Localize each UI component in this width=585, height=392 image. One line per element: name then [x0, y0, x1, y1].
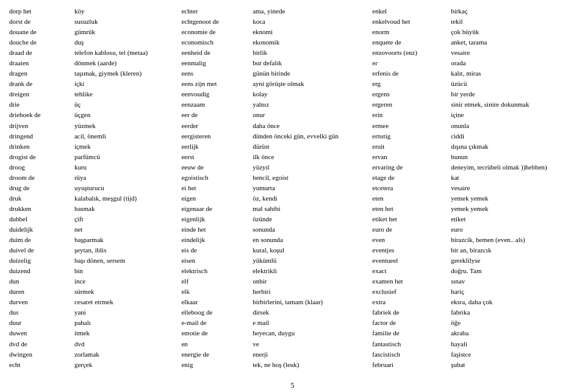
list-item: rüya: [74, 173, 177, 183]
list-item: droom de: [9, 173, 70, 183]
list-item: özünde: [253, 214, 367, 224]
list-item: kat: [451, 173, 576, 183]
nl-col-2: echterechtgenoot deeconomie deeconomisch…: [181, 6, 248, 370]
list-item: dun: [9, 276, 70, 287]
list-item: dwingen: [9, 349, 70, 360]
list-item: even: [372, 235, 446, 245]
list-item: daha önce: [253, 121, 367, 131]
list-item: eenheid de: [181, 48, 248, 58]
list-item: ilk önce: [253, 152, 367, 162]
list-item: elektrikli: [253, 266, 367, 276]
list-item: eer de: [181, 110, 248, 120]
list-item: drie: [9, 99, 70, 110]
list-item: tekil: [451, 16, 576, 27]
list-item: eenmalig: [181, 58, 248, 68]
list-item: heyecan, duygu: [253, 328, 367, 338]
list-item: kural, koşul: [253, 245, 367, 255]
list-item: tehlike: [74, 89, 177, 99]
list-item: birlik: [253, 48, 367, 58]
list-item: itmek: [74, 328, 177, 338]
list-item: duim de: [9, 235, 70, 245]
list-item: ve: [253, 339, 367, 349]
list-item: enquete de: [372, 37, 446, 48]
list-item: dringend: [9, 131, 70, 141]
list-item: driehoek de: [9, 110, 70, 120]
list-item: eten: [372, 193, 446, 204]
list-item: emotie de: [181, 328, 248, 338]
list-item: ervan: [372, 152, 446, 162]
list-item: köy: [74, 6, 177, 16]
list-item: echtgenoot de: [181, 16, 248, 27]
list-item: zorlamak: [74, 349, 177, 360]
list-item: birazcik, hemen (even.. als): [451, 235, 576, 245]
list-item: sınav: [451, 276, 576, 287]
list-item: drank de: [9, 79, 70, 89]
list-item: telefon kablosu, tel (metaa): [74, 48, 177, 58]
list-item: eerder: [181, 121, 248, 131]
list-item: çift: [74, 214, 177, 224]
word-table: dorp hetdorst dedouane dedouche dedraad …: [9, 6, 576, 370]
list-item: erfenis de: [372, 68, 446, 79]
list-item: druk: [9, 193, 70, 204]
list-item: faşistce: [451, 349, 576, 360]
list-item: akraba: [451, 328, 576, 338]
list-item: eens: [181, 68, 248, 79]
list-item: herbiri: [253, 287, 367, 297]
list-item: enorm: [372, 27, 446, 37]
list-item: sinir etmek, sinire dokunmak: [451, 99, 576, 110]
list-item: dvd: [74, 339, 177, 349]
list-item: duivel de: [9, 245, 70, 255]
list-item: factor de: [372, 318, 446, 328]
list-item: ergeren: [372, 99, 446, 110]
list-item: elkaar: [181, 297, 248, 307]
list-item: bur defalık: [253, 58, 367, 68]
list-item: dvd de: [9, 339, 70, 349]
list-item: eisen: [181, 255, 248, 266]
list-item: etiket: [451, 214, 576, 224]
list-item: dünden önceki gün, evvelki gün: [253, 131, 367, 141]
list-item: elf: [181, 276, 248, 287]
tr-col-2: ama, yinedekocaeknomiekonomikbirlikbur d…: [253, 6, 367, 370]
list-item: eigenlijk: [181, 214, 248, 224]
list-item: fascistisch: [372, 349, 446, 360]
list-item: kalabalık, meşgul (tijd): [74, 193, 177, 204]
list-item: draaien: [9, 58, 70, 68]
list-item: kolay: [253, 89, 367, 99]
list-item: echt: [9, 360, 70, 370]
list-item: dürüst: [253, 141, 367, 152]
list-item: en sonunda: [253, 235, 367, 245]
list-item: eerlijk: [181, 141, 248, 152]
list-item: duş: [74, 37, 177, 48]
list-item: duizelig: [9, 255, 70, 266]
list-item: exclusief: [372, 287, 446, 297]
list-item: dubbel: [9, 214, 70, 224]
list-item: günün birinde: [253, 68, 367, 79]
list-item: acil, önemli: [74, 131, 177, 141]
list-item: etcetera: [372, 183, 446, 193]
list-item: er: [372, 58, 446, 68]
list-item: koca: [253, 16, 367, 27]
list-item: kalıt, miras: [451, 68, 576, 79]
list-item: mal sahibi: [253, 204, 367, 214]
list-item: elk: [181, 287, 248, 297]
list-item: onur: [253, 110, 367, 120]
list-item: februari: [372, 360, 446, 370]
list-item: eeuw de: [181, 162, 248, 173]
list-item: draad de: [9, 48, 70, 58]
list-item: net: [74, 224, 177, 235]
list-item: eventueel: [372, 255, 446, 266]
list-item: enkel: [372, 6, 446, 16]
list-item: çok büyük: [451, 27, 576, 37]
list-item: fabrika: [451, 307, 576, 318]
list-item: duren: [9, 287, 70, 297]
list-item: yumurta: [253, 183, 367, 193]
list-item: gerçek: [74, 360, 177, 370]
list-item: yüzyıl: [253, 162, 367, 173]
list-item: eigenaar de: [181, 204, 248, 214]
list-item: vesaire: [451, 48, 576, 58]
list-item: e mail: [253, 318, 367, 328]
list-item: eruit: [372, 141, 446, 152]
list-item: yemek yemek: [451, 193, 576, 204]
list-item: parfümcü: [74, 152, 177, 162]
page-number: 5: [9, 381, 576, 390]
